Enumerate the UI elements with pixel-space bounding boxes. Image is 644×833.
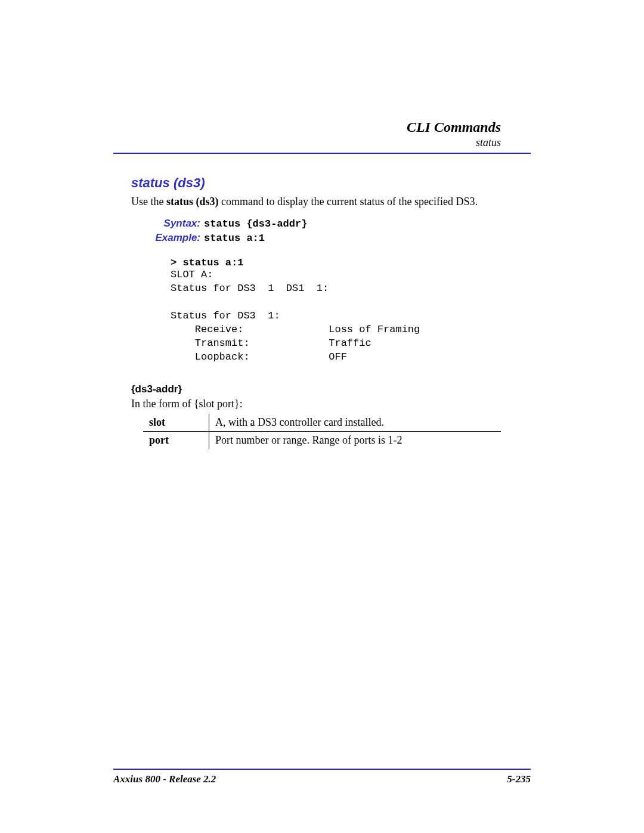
footer-rule <box>113 769 531 770</box>
footer-right: 5-235 <box>507 773 531 785</box>
output-body: SLOT A: Status for DS3 1 DS1 1: Status f… <box>171 268 531 364</box>
param-term: port <box>143 431 209 449</box>
param-heading: {ds3-addr} <box>131 383 531 395</box>
page: CLI Commands status status (ds3) Use the… <box>0 0 644 833</box>
section-description: Use the status (ds3) command to display … <box>131 196 531 208</box>
param-table: slot A, with a DS3 controller card insta… <box>143 414 501 449</box>
table-row: slot A, with a DS3 controller card insta… <box>143 414 501 432</box>
param-def: A, with a DS3 controller card installed. <box>209 414 501 432</box>
desc-prefix: Use the <box>131 196 166 208</box>
desc-bold: status (ds3) <box>166 196 219 208</box>
page-header: CLI Commands status <box>113 119 501 149</box>
page-footer: Axxius 800 - Release 2.2 5-235 <box>113 769 531 785</box>
param-term: slot <box>143 414 209 432</box>
param-def: Port number or range. Range of ports is … <box>209 431 501 449</box>
content: status (ds3) Use the status (ds3) comman… <box>113 175 531 449</box>
footer-row: Axxius 800 - Release 2.2 5-235 <box>113 773 531 785</box>
output-prompt: > status a:1 <box>171 257 531 268</box>
syntax-row: Syntax: status {ds3-addr} <box>135 218 531 230</box>
section-title: status (ds3) <box>131 175 531 191</box>
header-subtitle: status <box>113 137 501 149</box>
example-row: Example: status a:1 <box>135 232 531 244</box>
example-label: Example: <box>135 232 204 244</box>
syntax-text: status {ds3-addr} <box>204 218 307 230</box>
output-block: > status a:1 SLOT A: Status for DS3 1 DS… <box>171 257 531 364</box>
example-text: status a:1 <box>204 233 265 244</box>
desc-suffix: command to display the current status of… <box>219 196 478 208</box>
param-desc: In the form of {slot port}: <box>131 398 531 410</box>
footer-left: Axxius 800 - Release 2.2 <box>113 773 216 785</box>
syntax-label: Syntax: <box>135 218 204 230</box>
header-title: CLI Commands <box>113 119 501 135</box>
syntax-block: Syntax: status {ds3-addr} Example: statu… <box>135 218 531 364</box>
table-row: port Port number or range. Range of port… <box>143 431 501 449</box>
header-rule <box>113 153 531 154</box>
